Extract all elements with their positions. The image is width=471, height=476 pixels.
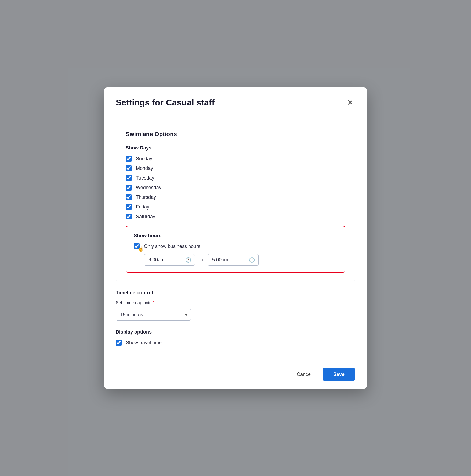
show-hours-section: Show hours Only show business hours 🕐 to… [126,226,345,273]
tuesday-checkbox[interactable] [126,175,132,181]
start-time-wrapper: 🕐 [144,254,195,266]
close-icon: ✕ [347,98,353,107]
friday-label: Friday [136,204,149,210]
tuesday-label: Tuesday [136,175,154,181]
thursday-label: Thursday [136,195,156,200]
saturday-label: Saturday [136,214,155,219]
show-travel-time-label: Show travel time [126,340,162,346]
monday-row: Monday [126,165,345,171]
friday-row: Friday [126,204,345,210]
close-button[interactable]: ✕ [345,97,355,108]
only-business-hours-label: Only show business hours [144,244,200,249]
settings-modal: Settings for Casual staff ✕ Swimlane Opt… [104,87,367,389]
modal-title: Settings for Casual staff [116,98,215,108]
saturday-row: Saturday [126,214,345,219]
only-business-hours-row: Only show business hours [134,243,337,249]
end-time-wrapper: 🕐 [208,254,259,266]
show-travel-time-row: Show travel time [116,340,355,346]
display-options-section: Display options Show travel time [116,329,355,346]
modal-body: Swimlane Options Show Days Sunday Monday… [104,115,367,360]
tuesday-row: Tuesday [126,175,345,181]
modal-header: Settings for Casual staff ✕ [104,87,367,115]
monday-checkbox[interactable] [126,165,132,171]
only-business-hours-checkbox[interactable] [134,243,140,249]
timeline-control-title: Timeline control [116,290,355,296]
required-indicator: * [153,301,154,305]
sunday-label: Sunday [136,156,152,162]
swimlane-options-section: Swimlane Options Show Days Sunday Monday… [116,122,355,281]
display-options-title: Display options [116,329,355,335]
wednesday-checkbox[interactable] [126,185,132,191]
time-range-row: 🕐 to 🕐 [144,254,337,266]
show-hours-title: Show hours [134,233,337,239]
save-button[interactable]: Save [323,368,355,381]
time-snap-select-wrapper: 15 minutes 30 minutes 1 hour ▾ [116,309,191,321]
start-time-input[interactable] [144,254,195,266]
swimlane-section-title: Swimlane Options [126,131,345,138]
time-snap-label: Set time-snap unit * [116,301,355,305]
saturday-checkbox[interactable] [126,214,132,219]
to-separator: to [199,257,203,263]
time-snap-select[interactable]: 15 minutes 30 minutes 1 hour [116,309,191,321]
timeline-control-section: Timeline control Set time-snap unit * 15… [116,290,355,321]
friday-checkbox[interactable] [126,204,132,210]
wednesday-row: Wednesday [126,185,345,191]
modal-footer: Cancel Save [104,360,367,389]
thursday-checkbox[interactable] [126,194,132,200]
sunday-checkbox[interactable] [126,156,132,162]
show-travel-time-checkbox[interactable] [116,340,122,346]
cancel-button[interactable]: Cancel [291,368,317,380]
end-time-input[interactable] [208,254,259,266]
show-days-label: Show Days [126,145,345,151]
sunday-row: Sunday [126,156,345,162]
monday-label: Monday [136,166,153,171]
thursday-row: Thursday [126,194,345,200]
wednesday-label: Wednesday [136,185,161,191]
